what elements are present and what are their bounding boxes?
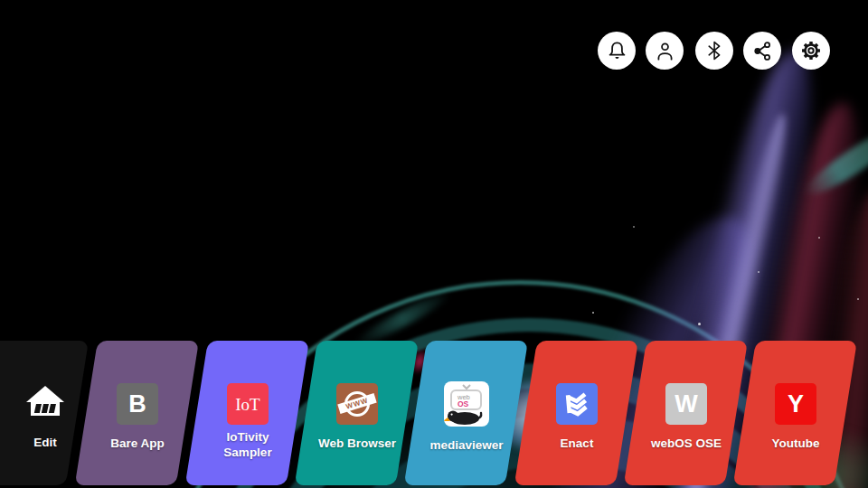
app-label: webOS OSE <box>651 436 722 451</box>
user-icon <box>654 40 676 62</box>
bare-app-icon: B <box>117 383 158 425</box>
enact-icon <box>556 383 598 425</box>
app-label: Edit <box>33 435 57 450</box>
home-edit-icon <box>24 382 66 424</box>
tile-webos-ose[interactable]: W webOS OSE <box>624 341 748 485</box>
icon-letter: Y <box>788 392 804 417</box>
star <box>758 271 760 273</box>
tile-bare-app[interactable]: B Bare App <box>75 341 199 485</box>
web-browser-icon: WWW <box>336 383 378 425</box>
settings-button[interactable] <box>792 32 830 70</box>
icon-letter: B <box>128 392 146 417</box>
app-label: Enact <box>561 436 594 451</box>
bluetooth-icon <box>703 40 725 61</box>
svg-text:OS: OS <box>458 399 469 408</box>
tile-enact[interactable]: Enact <box>514 341 638 485</box>
star <box>633 226 635 228</box>
icon-letter: W <box>675 392 697 417</box>
notifications-button[interactable] <box>598 32 636 70</box>
tile-youtube[interactable]: Y Youtube <box>733 341 857 485</box>
tile-iotivity-sampler[interactable]: IoT IoTivity Sampler <box>185 341 309 485</box>
app-dock: Edit B Bare App IoT IoTivity Sampler <box>0 341 868 488</box>
status-bar <box>0 0 868 81</box>
mediaviewer-icon: web OS <box>444 381 489 427</box>
star <box>592 312 594 314</box>
star <box>818 237 820 239</box>
star <box>698 323 701 325</box>
webos-ose-icon: W <box>665 383 707 425</box>
iotivity-icon: IoT <box>227 383 269 425</box>
icon-letter: IoT <box>235 396 259 413</box>
gear-icon <box>799 39 823 62</box>
tile-edit[interactable]: Edit <box>0 341 89 485</box>
bell-icon <box>606 40 628 62</box>
app-label: mediaviewer <box>429 437 503 453</box>
share-icon <box>751 40 774 62</box>
tile-web-browser[interactable]: WWW Web Browser <box>295 341 419 485</box>
app-label: IoTivity Sampler <box>223 429 271 460</box>
bluetooth-button[interactable] <box>695 32 733 70</box>
tile-mediaviewer[interactable]: web OS mediaviewer <box>404 341 528 485</box>
account-button[interactable] <box>646 32 684 70</box>
app-label: Youtube <box>772 436 820 451</box>
app-label: Bare App <box>110 436 165 451</box>
app-label: Web Browser <box>318 436 396 451</box>
youtube-icon: Y <box>775 383 816 425</box>
star <box>857 298 859 300</box>
share-button[interactable] <box>743 32 781 70</box>
